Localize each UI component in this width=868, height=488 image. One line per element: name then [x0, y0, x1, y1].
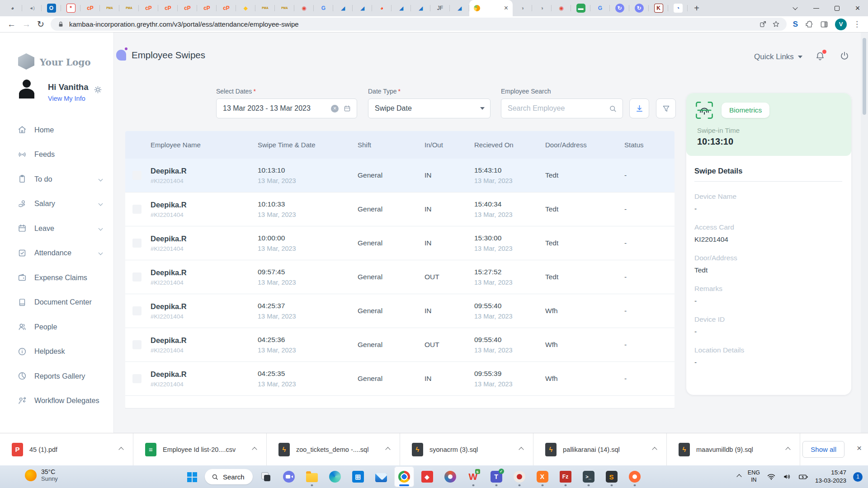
- pinned-tab[interactable]: ▬: [571, 0, 590, 16]
- download-item[interactable]: ϟ syonacrm (3).sql: [400, 433, 533, 465]
- chat-button[interactable]: [279, 466, 299, 487]
- pinned-tab[interactable]: PMA: [100, 0, 119, 16]
- window-maximize-button[interactable]: [826, 0, 847, 16]
- sidebar-item[interactable]: To do: [0, 167, 114, 192]
- tab-search-chevron[interactable]: [785, 0, 806, 16]
- search-icon[interactable]: [609, 104, 617, 113]
- bookmark-star-icon[interactable]: [772, 20, 780, 28]
- chevron-up-icon[interactable]: [118, 447, 123, 452]
- taskbar-app[interactable]: S: [602, 466, 622, 487]
- side-panel-icon[interactable]: [820, 20, 829, 29]
- show-all-button[interactable]: Show all: [802, 441, 844, 458]
- taskbar-app[interactable]: >_: [579, 466, 599, 487]
- pinned-tab[interactable]: ◕: [372, 0, 392, 16]
- scrollbar-thumb[interactable]: [863, 38, 866, 115]
- table-row[interactable]: Deepika.R #KI2201404 04:25:35 13 Mar, 20…: [125, 362, 675, 396]
- download-item[interactable]: ϟ maavumilldb (9).sql: [667, 433, 800, 465]
- pinned-tab[interactable]: ◄): [22, 0, 42, 16]
- biometrics-tag[interactable]: Biometrics: [722, 103, 769, 118]
- row-checkbox[interactable]: [132, 340, 142, 349]
- pinned-tab[interactable]: ◢: [450, 0, 469, 16]
- row-checkbox[interactable]: [132, 171, 142, 180]
- pinned-tab[interactable]: ◔: [668, 0, 688, 16]
- notifications-bell-icon[interactable]: [815, 51, 826, 61]
- chevron-up-icon[interactable]: [252, 447, 257, 452]
- pinned-tab[interactable]: cP: [217, 0, 236, 16]
- language-indicator[interactable]: ENG IN: [748, 469, 760, 483]
- tab-close-icon[interactable]: ×: [504, 5, 508, 12]
- pinned-tab[interactable]: cP: [139, 0, 158, 16]
- pinned-tab[interactable]: ◑: [513, 0, 532, 16]
- date-range-input[interactable]: 13 Mar 2023 - 13 Mar 2023 ×: [216, 99, 357, 118]
- table-row[interactable]: Deepika.R #KI2201404 09:57:45 13 Mar, 20…: [125, 260, 675, 294]
- view-my-info-link[interactable]: View My Info: [48, 95, 85, 102]
- pinned-tab[interactable]: cP: [197, 0, 217, 16]
- table-row[interactable]: Deepika.R #KI2201404 10:13:10 13 Mar, 20…: [125, 159, 675, 192]
- pinned-tab[interactable]: G: [314, 0, 333, 16]
- pinned-tab[interactable]: ◑: [532, 0, 552, 16]
- chevron-up-icon[interactable]: [785, 447, 790, 452]
- pinned-tab[interactable]: PMA: [255, 0, 275, 16]
- sidebar-item[interactable]: Leave: [0, 216, 114, 241]
- download-item[interactable]: ϟ zoo_tickets_demo -....sql: [267, 433, 400, 465]
- table-row[interactable]: Deepika.R #KI2201404 04:25:37 13 Mar, 20…: [125, 294, 675, 328]
- taskbar-app[interactable]: [625, 466, 645, 487]
- pinned-tab[interactable]: *: [61, 0, 80, 16]
- window-minimize-button[interactable]: [806, 0, 826, 16]
- taskbar-search[interactable]: Search: [205, 469, 253, 484]
- pinned-tab[interactable]: ◢: [392, 0, 411, 16]
- sidebar-item[interactable]: Workflow Delegates: [0, 389, 114, 413]
- sidebar-item[interactable]: Expense Claims: [0, 265, 114, 290]
- pinned-tab[interactable]: cP: [80, 0, 100, 16]
- start-button[interactable]: [182, 466, 202, 487]
- pinned-tab[interactable]: K: [649, 0, 668, 16]
- table-row[interactable]: Deepika.R #KI2201404 10:00:00 13 Mar, 20…: [125, 226, 675, 260]
- table-row[interactable]: Deepika.R #KI2201404 10:10:33 13 Mar, 20…: [125, 192, 675, 226]
- pinned-tab[interactable]: ◢: [333, 0, 353, 16]
- share-icon[interactable]: [759, 20, 767, 28]
- task-view-button[interactable]: [256, 466, 276, 487]
- pinned-tab[interactable]: cP: [178, 0, 197, 16]
- calendar-icon[interactable]: [343, 104, 351, 113]
- logout-power-icon[interactable]: [839, 51, 850, 61]
- filter-button[interactable]: [656, 99, 676, 118]
- row-checkbox[interactable]: [132, 272, 142, 282]
- taskbar-app[interactable]: [440, 466, 460, 487]
- page-scrollbar[interactable]: [861, 33, 868, 433]
- sidebar-item[interactable]: Feeds: [0, 142, 114, 167]
- chevron-up-icon[interactable]: [519, 447, 524, 452]
- notification-count-badge[interactable]: 1: [853, 472, 863, 482]
- pinned-tab[interactable]: ◉: [294, 0, 314, 16]
- sidebar-item[interactable]: People: [0, 314, 114, 339]
- taskbar-app[interactable]: ⊞: [348, 466, 368, 487]
- reload-icon[interactable]: ↻: [37, 20, 44, 28]
- pinned-tab[interactable]: PMA: [275, 0, 294, 16]
- user-avatar[interactable]: [17, 79, 36, 99]
- sidebar-item[interactable]: Attendance: [0, 241, 114, 266]
- sidebar-item[interactable]: Reports Gallery: [0, 364, 114, 389]
- row-checkbox[interactable]: [132, 374, 142, 383]
- extensions-puzzle-icon[interactable]: [804, 20, 813, 29]
- pinned-tab[interactable]: PMA: [119, 0, 139, 16]
- taskbar-app[interactable]: [394, 466, 414, 487]
- taskbar-app[interactable]: [509, 466, 529, 487]
- pinned-tab[interactable]: ◉: [552, 0, 571, 16]
- row-checkbox[interactable]: [132, 239, 142, 248]
- back-icon[interactable]: ←: [7, 20, 16, 28]
- profile-avatar[interactable]: V: [835, 19, 847, 30]
- pinned-tab[interactable]: cP: [158, 0, 178, 16]
- table-row[interactable]: Deepika.R #KI2201404 04:25:36 13 Mar, 20…: [125, 328, 675, 362]
- pinned-tab[interactable]: ◢: [353, 0, 372, 16]
- sidebar-item[interactable]: Salary: [0, 192, 114, 216]
- taskbar-app[interactable]: X: [533, 466, 552, 487]
- battery-icon[interactable]: [798, 472, 808, 482]
- chevron-up-icon[interactable]: [385, 447, 390, 452]
- wifi-icon[interactable]: [767, 472, 776, 481]
- taskbar-app[interactable]: W: [463, 466, 483, 487]
- taskbar-app[interactable]: ◆: [417, 466, 437, 487]
- sidebar-item[interactable]: Helpdesk: [0, 339, 114, 364]
- pinned-tab[interactable]: G: [590, 0, 610, 16]
- window-close-button[interactable]: ×: [847, 0, 868, 16]
- downloads-close-icon[interactable]: ×: [857, 443, 862, 453]
- browser-menu-icon[interactable]: ⋮: [853, 19, 861, 29]
